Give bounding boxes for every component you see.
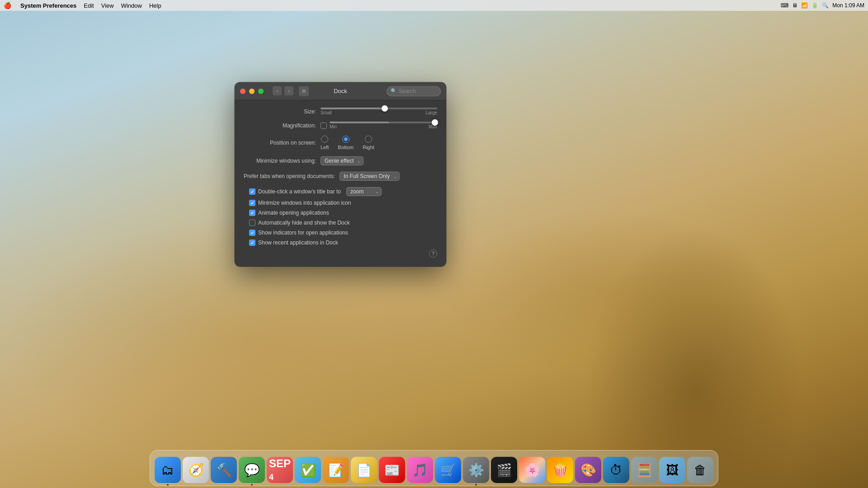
window-title: Dock (334, 88, 347, 94)
dock-item-finder[interactable]: 🗂 (155, 457, 181, 483)
size-slider-labels: Small Large (321, 110, 437, 115)
position-right-label: Right (363, 145, 374, 150)
dock-item-popcorn[interactable]: 🍿 (547, 457, 573, 483)
dock-item-sublime[interactable]: 📝 (323, 457, 349, 483)
dock-item-finalcut[interactable]: 🎬 (491, 457, 517, 483)
apple-menu[interactable]: 🍎 (4, 2, 11, 9)
size-min-label: Small (321, 110, 332, 115)
autohide-checkbox[interactable] (249, 220, 255, 226)
dock-item-safari[interactable]: 🧭 (183, 457, 209, 483)
animate-checkbox[interactable]: ✓ (249, 210, 255, 216)
window-content: Size: Small Large Magnification: (235, 100, 446, 267)
dock-item-photos[interactable]: 🌸 (519, 457, 545, 483)
position-right-radio[interactable] (365, 136, 372, 143)
dock-item-appstore[interactable]: 🛒 (435, 457, 461, 483)
wifi-icon: 📶 (801, 2, 808, 9)
dock-item-messages[interactable]: 💬 (239, 457, 265, 483)
indicators-label: Show indicators for open applications (258, 230, 348, 236)
position-bottom-label: Bottom (338, 145, 354, 150)
dock-item-timing[interactable]: ⏱ (603, 457, 629, 483)
animate-label: Animate opening applications (258, 210, 329, 216)
minimize-select-wrapper: Genie effect Scale effect (321, 156, 363, 165)
maximize-button[interactable] (258, 89, 264, 94)
position-bottom[interactable]: Bottom (338, 136, 354, 150)
autohide-label: Automatically hide and show the Dock (258, 220, 350, 226)
dock: 🗂 🧭 🔨 💬 SEP4 ✅ 📝 📄 📰 🎵 (150, 450, 718, 486)
back-button[interactable]: ‹ (273, 86, 282, 95)
check-icon: ✓ (250, 189, 254, 194)
double-click-checkbox[interactable]: ✓ (249, 188, 255, 195)
minimize-icon-label: Minimize windows into application icon (258, 200, 351, 206)
checkbox-row-indicators: ✓ Show indicators for open applications (249, 230, 437, 236)
check-icon-2: ✓ (250, 201, 254, 206)
position-bottom-radio[interactable] (342, 136, 349, 143)
menubar-help[interactable]: Help (149, 2, 161, 9)
menubar-view[interactable]: View (101, 2, 114, 9)
position-right[interactable]: Right (363, 136, 374, 150)
dock-item-stickies[interactable]: 📄 (351, 457, 377, 483)
checkbox-row-recent: ✓ Show recent applications in Dock (249, 239, 437, 246)
menubar-app-name[interactable]: System Preferences (20, 2, 76, 9)
position-radio-group: Left Bottom Right (321, 136, 374, 150)
search-input[interactable]: Search (399, 88, 416, 94)
size-row: Size: Small Large (244, 108, 437, 115)
dock-item-calculator[interactable]: 🧮 (631, 457, 657, 483)
position-label: Position on screen: (244, 140, 321, 146)
all-prefs-button[interactable]: ⊞ (299, 86, 309, 96)
dock-preferences-window: ‹ › ⊞ Dock 🔍 Search Size: (235, 82, 446, 267)
tabs-row: Prefer tabs when opening documents: In F… (244, 172, 437, 181)
window-nav: ‹ › ⊞ (273, 86, 309, 96)
menubar-right: ⌨ 🖥 📶 🔋 🔍 Mon 1:09 AM (781, 2, 864, 9)
search-box[interactable]: 🔍 Search (387, 86, 441, 96)
magnification-row: Magnification: Min Max (244, 122, 437, 129)
size-label: Size: (244, 108, 321, 115)
zoom-select-wrapper: zoom minimize (346, 187, 382, 196)
dock-item-omnifocus[interactable]: ✅ (295, 457, 321, 483)
indicators-checkbox[interactable]: ✓ (249, 230, 255, 236)
dock-item-preview[interactable]: 🖼 (659, 457, 685, 483)
menubar-left: 🍎 System Preferences Edit View Window He… (4, 2, 161, 9)
size-slider-thumb[interactable] (382, 105, 388, 112)
magnification-label: Magnification: (244, 122, 321, 129)
zoom-select[interactable]: zoom minimize (346, 187, 382, 196)
tabs-select[interactable]: In Full Screen Only Always Never (340, 172, 400, 181)
recent-checkbox[interactable]: ✓ (249, 239, 255, 246)
mag-slider-thumb[interactable] (432, 119, 438, 126)
dock-item-itunes[interactable]: 🎵 (407, 457, 433, 483)
magnification-checkbox[interactable] (321, 122, 327, 129)
close-button[interactable] (240, 89, 245, 94)
dock-item-news[interactable]: 📰 (379, 457, 405, 483)
search-menubar-icon[interactable]: 🔍 (822, 2, 829, 9)
dock-item-affinity[interactable]: 🎨 (575, 457, 601, 483)
help-button[interactable]: ? (429, 249, 437, 258)
mag-slider-container: Min Max (330, 122, 437, 129)
minimize-icon-checkbox[interactable]: ✓ (249, 200, 255, 206)
minimize-row: Minimize windows using: Genie effect Sca… (244, 156, 437, 165)
dock-item-calendar[interactable]: SEP4 (267, 457, 293, 483)
checkbox-row-autohide: Automatically hide and show the Dock (249, 220, 437, 226)
recent-label: Show recent applications in Dock (258, 239, 338, 246)
menubar-window[interactable]: Window (121, 2, 142, 9)
dock-item-sysprefs[interactable]: ⚙️ (463, 457, 489, 483)
dock-item-trash[interactable]: 🗑 (687, 457, 713, 483)
keyboard-icon: ⌨ (781, 2, 788, 9)
clock: Mon 1:09 AM (832, 2, 864, 9)
battery-icon: 🔋 (811, 2, 818, 9)
window-titlebar: ‹ › ⊞ Dock 🔍 Search (235, 82, 446, 100)
mag-slider-labels: Min Max (330, 124, 437, 129)
forward-button[interactable]: › (284, 86, 293, 95)
tabs-control: In Full Screen Only Always Never (340, 172, 437, 181)
size-slider-container: Small Large (321, 108, 437, 115)
dock-item-xcode[interactable]: 🔨 (211, 457, 237, 483)
position-left[interactable]: Left (321, 136, 329, 150)
size-slider-track (321, 108, 437, 109)
mag-slider-track (330, 122, 437, 123)
magnification-control: Min Max (321, 122, 437, 129)
tabs-label: Prefer tabs when opening documents: (244, 173, 340, 179)
position-left-radio[interactable] (321, 136, 328, 143)
minimize-control: Genie effect Scale effect (321, 156, 437, 165)
position-left-label: Left (321, 145, 329, 150)
menubar-edit[interactable]: Edit (84, 2, 94, 9)
minimize-button[interactable] (249, 89, 255, 94)
minimize-select[interactable]: Genie effect Scale effect (321, 156, 363, 165)
